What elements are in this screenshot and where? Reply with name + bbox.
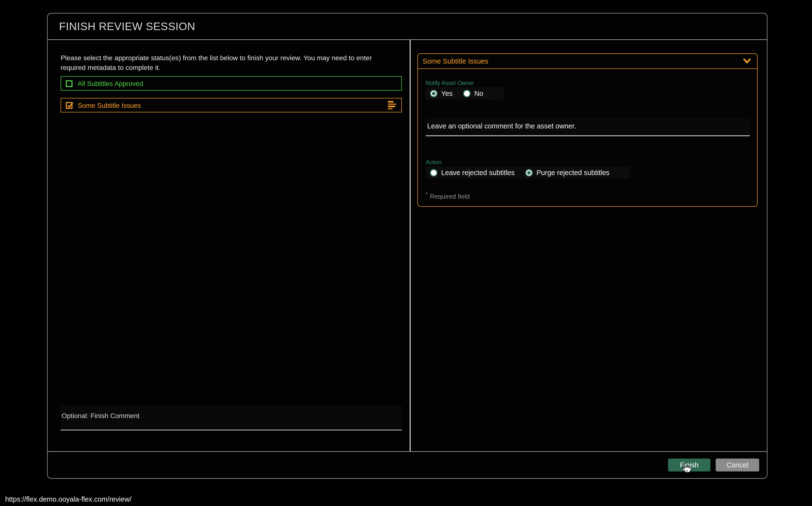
radio-unselected-icon[interactable]: [463, 89, 471, 97]
align-left-icon[interactable]: [388, 101, 397, 109]
modal-title: FINISH REVIEW SESSION: [59, 20, 195, 32]
status-bar-url: https://flex.demo.ooyala-flex.com/review…: [5, 495, 131, 503]
column-divider: [410, 40, 411, 451]
modal-header: FINISH REVIEW SESSION: [47, 13, 767, 40]
radio-label: Purge rejected subtitles: [536, 169, 609, 176]
required-field-note: *Required field: [426, 191, 750, 200]
some-subtitle-issues-panel: Some Subtitle Issues Notify Asset Owner …: [417, 54, 757, 207]
checkbox-checked-icon[interactable]: [66, 102, 73, 108]
radio-unselected-icon[interactable]: [430, 169, 437, 176]
status-option-all-subtitles-approved[interactable]: All Subtitles Approved: [61, 76, 402, 91]
instruction-line-1: Please select the appropriate status(es)…: [61, 53, 372, 63]
radio-selected-icon[interactable]: [525, 169, 533, 176]
status-option-some-subtitle-issues[interactable]: Some Subtitle Issues: [61, 98, 402, 112]
action-label: Action: [426, 136, 750, 165]
panel-body: Notify Asset Owner Yes No Leave an optio…: [418, 69, 757, 200]
notify-option-yes[interactable]: Yes: [430, 89, 452, 97]
action-option-leave-rejected-subtitles[interactable]: Leave rejected subtitles: [430, 169, 515, 176]
action-radio-group: Leave rejected subtitles Purge rejected …: [426, 166, 630, 179]
cursor-pointer-icon: [681, 462, 692, 477]
action-option-purge-rejected-subtitles[interactable]: Purge rejected subtitles: [525, 169, 609, 176]
finish-review-modal: FINISH REVIEW SESSION Please select the …: [47, 13, 767, 479]
notify-radio-group: Yes No: [426, 87, 504, 99]
required-field-text: Required field: [430, 193, 470, 200]
instruction-text: Please select the appropriate status(es)…: [61, 53, 372, 73]
page: FINISH REVIEW SESSION Please select the …: [0, 0, 812, 506]
panel-title: Some Subtitle Issues: [422, 57, 743, 65]
status-option-label: All Subtitles Approved: [78, 80, 143, 87]
notify-option-no[interactable]: No: [463, 89, 483, 97]
status-option-label: Some Subtitle Issues: [78, 101, 141, 109]
owner-comment-placeholder: Leave an optional comment for the asset …: [427, 122, 576, 130]
finish-comment-input[interactable]: Optional: Finish Comment: [61, 405, 402, 431]
checkbox-unchecked-icon[interactable]: [66, 80, 73, 87]
modal-body: Please select the appropriate status(es)…: [47, 40, 767, 451]
cancel-button[interactable]: Cancel: [716, 459, 759, 472]
status-selection-column: Please select the appropriate status(es)…: [47, 40, 410, 451]
radio-label: No: [475, 89, 483, 97]
panel-header[interactable]: Some Subtitle Issues: [418, 54, 757, 69]
notify-asset-owner-label: Notify Asset Owner: [426, 69, 750, 86]
chevron-down-icon[interactable]: [743, 59, 751, 64]
required-asterisk: *: [426, 191, 428, 197]
radio-selected-icon[interactable]: [430, 89, 437, 97]
instruction-line-2: required metadata to complete it.: [61, 63, 372, 73]
finish-comment-placeholder: Optional: Finish Comment: [62, 412, 139, 420]
owner-comment-input[interactable]: Leave an optional comment for the asset …: [426, 118, 750, 137]
radio-label: Leave rejected subtitles: [441, 169, 515, 176]
modal-footer: Finish Cancel: [47, 451, 767, 478]
radio-label: Yes: [441, 89, 452, 97]
